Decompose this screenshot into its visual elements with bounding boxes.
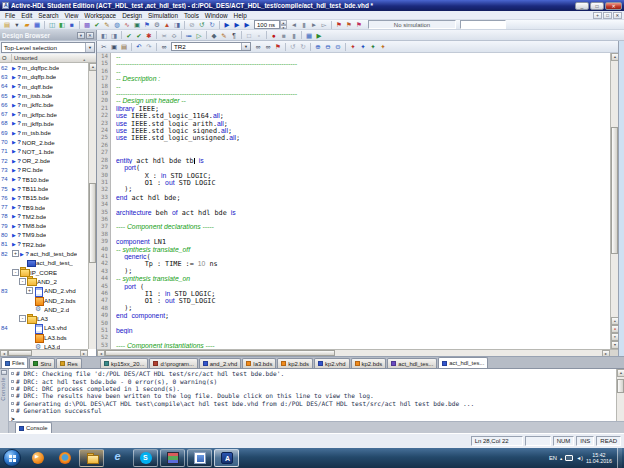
firefox-button[interactable] bbox=[52, 449, 77, 467]
paste-icon[interactable]: ▤ bbox=[119, 42, 129, 51]
expand-icon[interactable]: + bbox=[26, 287, 33, 294]
record-macro-icon[interactable]: ● bbox=[269, 31, 279, 40]
active-hdl-button[interactable] bbox=[214, 449, 239, 467]
annotate-icon[interactable]: ✎ bbox=[219, 31, 229, 40]
minimize-button[interactable]: _ bbox=[575, 2, 589, 10]
trace-signals-icon[interactable]: ⚑ bbox=[334, 20, 344, 29]
trace-over-icon[interactable]: ✦ bbox=[358, 42, 368, 51]
run-icon[interactable]: ▶ bbox=[222, 20, 232, 29]
tab-kp2-vhd[interactable]: kp2.vhd bbox=[314, 358, 350, 368]
browser-item[interactable]: 79TM8.bde bbox=[0, 221, 96, 230]
zoom-out-icon[interactable]: ⊖ bbox=[323, 42, 333, 51]
link-design-icon[interactable]: ≍ bbox=[159, 31, 169, 40]
browser-item[interactable]: 75TB11.bde bbox=[0, 184, 96, 193]
column-status[interactable]: O bbox=[0, 54, 12, 62]
design-flow-icon[interactable]: ✔ bbox=[92, 20, 102, 29]
tab-and-2-vhd[interactable]: and_2.vhd bbox=[199, 358, 242, 368]
hde-editor-icon[interactable]: ✎ bbox=[102, 20, 112, 29]
browser-item[interactable]: 78TM2.bde bbox=[0, 212, 96, 221]
menu-edit[interactable]: Edit bbox=[18, 12, 35, 19]
tab-stru[interactable]: Stru bbox=[29, 358, 55, 368]
taskbar-clock[interactable]: 15:42 11.04.2016 bbox=[586, 452, 612, 464]
menu-workspace[interactable]: Workspace bbox=[81, 12, 119, 19]
menu-simulation[interactable]: Simulation bbox=[145, 12, 181, 19]
start-button[interactable] bbox=[3, 449, 21, 467]
scroll-thumb[interactable] bbox=[89, 183, 96, 263]
console-line[interactable]: # Generation successful bbox=[11, 407, 614, 414]
browser-vertical-scrollbar[interactable]: ▲ bbox=[88, 63, 96, 349]
attach-design-icon[interactable]: ◧ bbox=[57, 20, 67, 29]
close-button[interactable]: ✕ bbox=[605, 2, 622, 10]
zoom-in-icon[interactable]: ⊕ bbox=[313, 42, 323, 51]
browser-item[interactable]: 69m_tsb.bde bbox=[0, 128, 96, 137]
trace-ports-icon[interactable]: ⚑ bbox=[354, 20, 364, 29]
tray-expand-icon[interactable]: ▴ bbox=[560, 456, 562, 461]
pause-macro-icon[interactable]: ▮ bbox=[289, 31, 299, 40]
bde-editor-icon[interactable]: ◍ bbox=[112, 20, 122, 29]
editor-horizontal-scrollbar[interactable]: ◄ ► bbox=[97, 349, 618, 356]
browser-item[interactable]: 84LA3.vhd bbox=[0, 323, 96, 332]
find-icon[interactable]: ∞ bbox=[159, 42, 169, 51]
explorer-button[interactable] bbox=[79, 449, 104, 467]
browser-item[interactable]: 81TR2.bde bbox=[0, 240, 96, 249]
console-prompt[interactable]: > bbox=[11, 414, 614, 421]
trace-stop-icon[interactable]: ✦ bbox=[378, 42, 388, 51]
compile-all-icon[interactable]: ✱ bbox=[144, 31, 154, 40]
step-into-icon[interactable]: ◄ bbox=[289, 20, 299, 29]
tab-la3-bds[interactable]: la3.bds bbox=[242, 358, 276, 368]
structure-icon[interactable]: ⚑ bbox=[142, 20, 152, 29]
check-syntax-icon[interactable]: ✔ bbox=[124, 31, 134, 40]
execute-macro-icon[interactable]: ▷ bbox=[194, 31, 204, 40]
menu-file[interactable]: File bbox=[2, 12, 18, 19]
browser-item[interactable]: LA3.bds bbox=[0, 333, 96, 342]
browser-item[interactable]: act_hdl_test_ bbox=[0, 258, 96, 267]
browser-item[interactable]: AND_2.d bbox=[0, 305, 96, 314]
browser-item[interactable]: 68m_jkffp.bde bbox=[0, 119, 96, 128]
open-document-icon[interactable]: ▦ bbox=[304, 31, 314, 40]
console-line[interactable]: # DRC: act_hdl_test_bde.bde - 0 error(s)… bbox=[11, 377, 614, 384]
compile-icon[interactable]: ✔ bbox=[134, 31, 144, 40]
list-viewer-icon[interactable]: ▣ bbox=[132, 20, 142, 29]
console-line[interactable]: # Generating d:\POL_DES\ACT_HDL_test\com… bbox=[11, 400, 614, 407]
tab-files[interactable]: Files bbox=[1, 357, 28, 368]
browser-item[interactable]: 65m_itsb.bde bbox=[0, 91, 96, 100]
browser-item[interactable]: -LA3 bbox=[0, 314, 96, 323]
find-next-icon[interactable]: ∞ bbox=[253, 42, 263, 51]
browser-item[interactable]: 62m_dqffpc.bde bbox=[0, 63, 96, 72]
scroll-thumb[interactable] bbox=[611, 127, 618, 254]
bookmark-prev-icon[interactable]: ▴ bbox=[611, 317, 618, 325]
console-line[interactable]: # DRC: DRC process completed in 1 second… bbox=[11, 385, 614, 392]
browser-item[interactable]: -IP_CORE bbox=[0, 268, 96, 277]
console-line[interactable]: # DRC: The results have been written to … bbox=[11, 392, 614, 399]
skype-button[interactable] bbox=[133, 449, 158, 467]
menu-window[interactable]: Window bbox=[202, 12, 231, 19]
zoom-reset-icon[interactable]: ⊙ bbox=[333, 42, 343, 51]
end-simulation-icon[interactable]: ⊘ bbox=[187, 20, 197, 29]
browser-item[interactable]: 80TM9.bde bbox=[0, 230, 96, 239]
save-icon[interactable]: ▦ bbox=[32, 20, 42, 29]
media-player-button[interactable] bbox=[25, 449, 50, 467]
run-until-icon[interactable]: ▶ bbox=[242, 20, 252, 29]
pin-panel-icon[interactable]: ▾ bbox=[77, 32, 85, 39]
stop-macro-icon[interactable]: ■ bbox=[279, 31, 289, 40]
browser-item[interactable]: 63m_dqffp.bde bbox=[0, 72, 96, 81]
column-unsorted[interactable]: Unsorted ▲ bbox=[12, 54, 96, 62]
pause-icon[interactable]: ▮ bbox=[299, 20, 309, 29]
bookmark-icon[interactable]: ⚑ bbox=[273, 42, 283, 51]
editor-vertical-scrollbar[interactable]: ▲ ▴ ● ▾ ▼ bbox=[610, 53, 618, 349]
menu-search[interactable]: Search bbox=[35, 12, 61, 19]
browser-horizontal-scrollbar[interactable]: ◄ ► bbox=[0, 349, 88, 356]
browser-item[interactable]: 66m_jkffc.bde bbox=[0, 100, 96, 109]
browser-item[interactable]: -AND_2 bbox=[0, 277, 96, 286]
trace-into-icon[interactable]: ✦ bbox=[348, 42, 358, 51]
browser-item[interactable]: 72OR_2.bde bbox=[0, 156, 96, 165]
run-document-icon[interactable]: ▶ bbox=[314, 31, 324, 40]
redo-icon[interactable]: ↷ bbox=[144, 42, 154, 51]
browser-item[interactable]: AND_2.bds bbox=[0, 295, 96, 304]
browser-item[interactable]: 77TB9.bde bbox=[0, 202, 96, 211]
menu-help[interactable]: Help bbox=[231, 12, 250, 19]
trace-out-icon[interactable]: ✦ bbox=[368, 42, 378, 51]
code-editor-area[interactable]: 14--15----------------------------------… bbox=[97, 53, 618, 349]
tile-windows-icon[interactable]: ▫ bbox=[254, 31, 264, 40]
tab-res[interactable]: Res bbox=[56, 358, 81, 368]
